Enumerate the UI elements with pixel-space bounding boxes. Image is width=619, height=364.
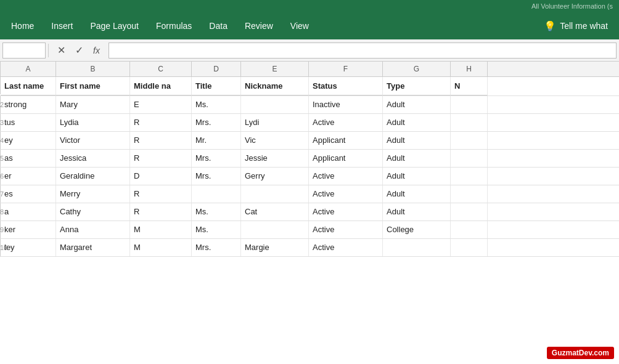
- menu-review[interactable]: Review: [236, 16, 282, 36]
- cell-2-d[interactable]: Ms.: [192, 96, 241, 113]
- cell-9-b[interactable]: Anna: [56, 221, 130, 238]
- col-header-f[interactable]: F: [309, 62, 383, 76]
- cell-1-f[interactable]: Status: [309, 77, 383, 95]
- cell-10-f[interactable]: Active: [309, 239, 383, 256]
- cell-3-c[interactable]: R: [130, 114, 192, 131]
- cell-6-g[interactable]: Adult: [383, 168, 451, 185]
- cell-6-c[interactable]: D: [130, 168, 192, 185]
- cell-10-e[interactable]: Margie: [241, 239, 309, 256]
- tell-me-container[interactable]: 💡 Tell me what: [535, 17, 617, 36]
- col-header-c[interactable]: C: [130, 62, 192, 76]
- cell-4-a[interactable]: ey: [1, 132, 56, 149]
- col-header-a[interactable]: A: [1, 62, 56, 76]
- cancel-button[interactable]: ✕: [55, 43, 68, 57]
- cell-4-e[interactable]: Vic: [241, 132, 309, 149]
- cell-9-f[interactable]: Active: [309, 221, 383, 238]
- cell-1-b[interactable]: First name: [56, 77, 130, 95]
- cell-4-g[interactable]: Adult: [383, 132, 451, 149]
- cell-2-c[interactable]: E: [130, 96, 192, 113]
- col-header-b[interactable]: B: [56, 62, 130, 76]
- cell-5-e[interactable]: Jessie: [241, 150, 309, 167]
- cell-1-g[interactable]: Type: [383, 77, 451, 95]
- cell-8-c[interactable]: R: [130, 203, 192, 220]
- cell-8-h[interactable]: [451, 203, 488, 220]
- cell-6-b[interactable]: Geraldine: [56, 168, 130, 185]
- name-box[interactable]: [2, 42, 46, 59]
- cell-8-b[interactable]: Cathy: [56, 203, 130, 220]
- cell-5-c[interactable]: R: [130, 150, 192, 167]
- menu-data[interactable]: Data: [200, 16, 236, 36]
- cell-1-e[interactable]: Nickname: [241, 77, 309, 95]
- cell-7-f[interactable]: Active: [309, 185, 383, 203]
- cell-9-c[interactable]: M: [130, 221, 192, 238]
- cell-3-e[interactable]: Lydi: [241, 114, 309, 131]
- cell-5-h[interactable]: [451, 150, 488, 167]
- cell-6-h[interactable]: [451, 168, 488, 185]
- cell-3-g[interactable]: Adult: [383, 114, 451, 131]
- cell-10-b[interactable]: Margaret: [56, 239, 130, 256]
- col-header-h[interactable]: H: [451, 62, 488, 76]
- cell-2-e[interactable]: [241, 96, 309, 113]
- cell-6-a[interactable]: er: [1, 168, 56, 185]
- cell-7-e[interactable]: [241, 185, 309, 203]
- col-header-d[interactable]: D: [192, 62, 241, 76]
- cell-7-h[interactable]: [451, 185, 488, 203]
- cell-8-f[interactable]: Active: [309, 203, 383, 220]
- cell-2-g[interactable]: Adult: [383, 96, 451, 113]
- cell-5-f[interactable]: Applicant: [309, 150, 383, 167]
- menu-page-layout[interactable]: Page Layout: [81, 16, 147, 36]
- cell-9-h[interactable]: [451, 221, 488, 238]
- cell-2-b[interactable]: Mary: [56, 96, 130, 113]
- cell-6-f[interactable]: Active: [309, 168, 383, 185]
- formula-input[interactable]: [109, 42, 617, 59]
- cell-7-c[interactable]: R: [130, 185, 192, 203]
- cell-10-a[interactable]: ley: [1, 239, 56, 256]
- cell-9-e[interactable]: [241, 221, 309, 238]
- cell-7-b[interactable]: Merry: [56, 185, 130, 203]
- cell-1-d[interactable]: Title: [192, 77, 241, 95]
- cell-2-f[interactable]: Inactive: [309, 96, 383, 113]
- cell-1-h[interactable]: N: [451, 77, 488, 95]
- cell-10-g[interactable]: [383, 239, 451, 256]
- cell-4-c[interactable]: R: [130, 132, 192, 149]
- cell-1-a[interactable]: Last name: [1, 77, 56, 95]
- cell-3-b[interactable]: Lydia: [56, 114, 130, 131]
- menu-formulas[interactable]: Formulas: [147, 16, 200, 36]
- cell-4-f[interactable]: Applicant: [309, 132, 383, 149]
- cell-8-a[interactable]: a: [1, 203, 56, 220]
- cell-10-c[interactable]: M: [130, 239, 192, 256]
- menu-insert[interactable]: Insert: [43, 16, 81, 36]
- cell-5-g[interactable]: Adult: [383, 150, 451, 167]
- cell-2-a[interactable]: strong: [1, 96, 56, 113]
- cell-7-d[interactable]: [192, 185, 241, 203]
- cell-6-d[interactable]: Mrs.: [192, 168, 241, 185]
- cell-10-h[interactable]: [451, 239, 488, 256]
- cell-4-h[interactable]: [451, 132, 488, 149]
- menu-home[interactable]: Home: [2, 16, 43, 36]
- cell-7-g[interactable]: Adult: [383, 185, 451, 203]
- cell-8-d[interactable]: Ms.: [192, 203, 241, 220]
- cell-9-a[interactable]: ker: [1, 221, 56, 238]
- cell-4-d[interactable]: Mr.: [192, 132, 241, 149]
- col-header-g[interactable]: G: [383, 62, 451, 76]
- cell-5-a[interactable]: as: [1, 150, 56, 167]
- cell-3-h[interactable]: [451, 114, 488, 131]
- cell-9-d[interactable]: Ms.: [192, 221, 241, 238]
- col-header-e[interactable]: E: [241, 62, 309, 76]
- cell-8-g[interactable]: Adult: [383, 203, 451, 220]
- cell-8-e[interactable]: Cat: [241, 203, 309, 220]
- cell-1-c[interactable]: Middle na: [130, 77, 192, 95]
- cell-6-e[interactable]: Gerry: [241, 168, 309, 185]
- cell-3-d[interactable]: Mrs.: [192, 114, 241, 131]
- cell-9-g[interactable]: College: [383, 221, 451, 238]
- cell-2-h[interactable]: [451, 96, 488, 113]
- menu-view[interactable]: View: [282, 16, 318, 36]
- cell-4-b[interactable]: Victor: [56, 132, 130, 149]
- cell-3-a[interactable]: tus: [1, 114, 56, 131]
- cell-7-a[interactable]: es: [1, 185, 56, 203]
- cell-10-d[interactable]: Mrs.: [192, 239, 241, 256]
- cell-3-f[interactable]: Active: [309, 114, 383, 131]
- confirm-button[interactable]: ✓: [73, 43, 86, 57]
- cell-5-d[interactable]: Mrs.: [192, 150, 241, 167]
- cell-5-b[interactable]: Jessica: [56, 150, 130, 167]
